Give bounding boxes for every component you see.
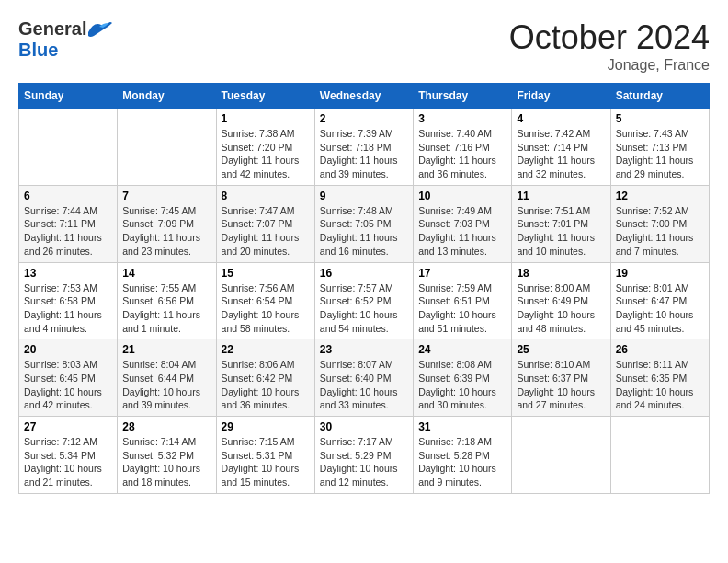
day-info: Sunrise: 8:03 AM Sunset: 6:45 PM Dayligh… bbox=[24, 358, 112, 412]
day-number: 28 bbox=[122, 420, 210, 433]
location-subtitle: Jonage, France bbox=[509, 57, 710, 74]
day-info: Sunrise: 7:48 AM Sunset: 7:05 PM Dayligh… bbox=[320, 204, 408, 259]
day-info: Sunrise: 7:14 AM Sunset: 5:32 PM Dayligh… bbox=[122, 435, 210, 489]
calendar-cell: 7Sunrise: 7:45 AM Sunset: 7:09 PM Daylig… bbox=[118, 185, 216, 262]
calendar-cell: 9Sunrise: 7:48 AM Sunset: 7:05 PM Daylig… bbox=[314, 185, 413, 262]
logo-blue-text: Blue bbox=[18, 40, 58, 61]
calendar-cell: 10Sunrise: 7:49 AM Sunset: 7:03 PM Dayli… bbox=[414, 185, 512, 262]
day-info: Sunrise: 7:51 AM Sunset: 7:01 PM Dayligh… bbox=[517, 204, 605, 259]
day-info: Sunrise: 7:56 AM Sunset: 6:54 PM Dayligh… bbox=[222, 282, 310, 336]
calendar-cell: 23Sunrise: 8:07 AM Sunset: 6:40 PM Dayli… bbox=[314, 339, 413, 417]
calendar-cell: 11Sunrise: 7:51 AM Sunset: 7:01 PM Dayli… bbox=[512, 185, 610, 262]
day-number: 1 bbox=[222, 112, 310, 125]
weekday-header-thursday: Thursday bbox=[414, 84, 512, 109]
calendar-cell: 29Sunrise: 7:15 AM Sunset: 5:31 PM Dayli… bbox=[216, 417, 314, 494]
day-number: 29 bbox=[222, 420, 310, 433]
day-info: Sunrise: 7:45 AM Sunset: 7:09 PM Dayligh… bbox=[122, 204, 210, 259]
calendar-cell: 26Sunrise: 8:11 AM Sunset: 6:35 PM Dayli… bbox=[610, 339, 709, 417]
day-number: 13 bbox=[24, 267, 112, 280]
calendar-cell: 27Sunrise: 7:12 AM Sunset: 5:34 PM Dayli… bbox=[19, 417, 118, 494]
day-number: 25 bbox=[517, 343, 605, 356]
calendar-cell: 8Sunrise: 7:47 AM Sunset: 7:07 PM Daylig… bbox=[216, 185, 314, 262]
day-number: 7 bbox=[122, 190, 210, 202]
day-number: 4 bbox=[517, 112, 605, 125]
day-info: Sunrise: 7:55 AM Sunset: 6:56 PM Dayligh… bbox=[122, 282, 210, 336]
logo-general-text: General bbox=[18, 18, 86, 40]
calendar-cell: 3Sunrise: 7:40 AM Sunset: 7:16 PM Daylig… bbox=[414, 109, 512, 186]
day-number: 20 bbox=[24, 343, 112, 356]
day-info: Sunrise: 7:42 AM Sunset: 7:14 PM Dayligh… bbox=[517, 127, 605, 181]
day-info: Sunrise: 7:52 AM Sunset: 7:00 PM Dayligh… bbox=[616, 204, 704, 259]
calendar-cell: 15Sunrise: 7:56 AM Sunset: 6:54 PM Dayli… bbox=[216, 262, 314, 339]
day-number: 26 bbox=[616, 343, 704, 356]
calendar-cell: 28Sunrise: 7:14 AM Sunset: 5:32 PM Dayli… bbox=[118, 417, 216, 494]
calendar-cell: 22Sunrise: 8:06 AM Sunset: 6:42 PM Dayli… bbox=[216, 339, 314, 417]
day-info: Sunrise: 8:06 AM Sunset: 6:42 PM Dayligh… bbox=[222, 358, 310, 412]
day-number: 27 bbox=[24, 420, 112, 433]
calendar-cell bbox=[610, 417, 709, 494]
calendar-cell: 5Sunrise: 7:43 AM Sunset: 7:13 PM Daylig… bbox=[610, 109, 709, 186]
calendar-cell: 14Sunrise: 7:55 AM Sunset: 6:56 PM Dayli… bbox=[118, 262, 216, 339]
day-info: Sunrise: 8:01 AM Sunset: 6:47 PM Dayligh… bbox=[616, 282, 704, 336]
day-info: Sunrise: 7:47 AM Sunset: 7:07 PM Dayligh… bbox=[222, 204, 310, 259]
logo: General Blue bbox=[18, 18, 112, 61]
day-info: Sunrise: 8:08 AM Sunset: 6:39 PM Dayligh… bbox=[418, 358, 506, 412]
day-info: Sunrise: 7:15 AM Sunset: 5:31 PM Dayligh… bbox=[222, 435, 310, 489]
day-number: 16 bbox=[320, 267, 408, 280]
day-info: Sunrise: 7:17 AM Sunset: 5:29 PM Dayligh… bbox=[320, 435, 408, 489]
day-info: Sunrise: 7:59 AM Sunset: 6:51 PM Dayligh… bbox=[418, 282, 506, 336]
day-number: 30 bbox=[320, 420, 408, 433]
weekday-header-monday: Monday bbox=[118, 84, 216, 109]
day-info: Sunrise: 7:44 AM Sunset: 7:11 PM Dayligh… bbox=[24, 204, 112, 259]
calendar-cell: 31Sunrise: 7:18 AM Sunset: 5:28 PM Dayli… bbox=[414, 417, 512, 494]
calendar-table: SundayMondayTuesdayWednesdayThursdayFrid… bbox=[18, 83, 710, 494]
day-info: Sunrise: 8:04 AM Sunset: 6:44 PM Dayligh… bbox=[122, 358, 210, 412]
day-number: 2 bbox=[320, 112, 408, 125]
calendar-cell: 13Sunrise: 7:53 AM Sunset: 6:58 PM Dayli… bbox=[19, 262, 118, 339]
day-number: 5 bbox=[616, 112, 704, 125]
day-info: Sunrise: 7:53 AM Sunset: 6:58 PM Dayligh… bbox=[24, 282, 112, 336]
calendar-cell: 16Sunrise: 7:57 AM Sunset: 6:52 PM Dayli… bbox=[314, 262, 413, 339]
calendar-cell: 30Sunrise: 7:17 AM Sunset: 5:29 PM Dayli… bbox=[314, 417, 413, 494]
calendar-cell: 18Sunrise: 8:00 AM Sunset: 6:49 PM Dayli… bbox=[512, 262, 610, 339]
calendar-cell bbox=[19, 109, 118, 186]
month-title: October 2024 bbox=[509, 18, 710, 57]
week-row-0: 1Sunrise: 7:38 AM Sunset: 7:20 PM Daylig… bbox=[19, 109, 710, 186]
week-row-1: 6Sunrise: 7:44 AM Sunset: 7:11 PM Daylig… bbox=[19, 185, 710, 262]
calendar-cell: 24Sunrise: 8:08 AM Sunset: 6:39 PM Dayli… bbox=[414, 339, 512, 417]
day-number: 11 bbox=[517, 190, 605, 202]
day-number: 8 bbox=[222, 190, 310, 202]
day-number: 23 bbox=[320, 343, 408, 356]
day-number: 12 bbox=[616, 190, 704, 202]
calendar-cell: 12Sunrise: 7:52 AM Sunset: 7:00 PM Dayli… bbox=[610, 185, 709, 262]
day-info: Sunrise: 7:12 AM Sunset: 5:34 PM Dayligh… bbox=[24, 435, 112, 489]
day-number: 3 bbox=[418, 112, 506, 125]
day-info: Sunrise: 7:40 AM Sunset: 7:16 PM Dayligh… bbox=[418, 127, 506, 181]
day-number: 17 bbox=[418, 267, 506, 280]
title-area: October 2024 Jonage, France bbox=[509, 18, 710, 74]
day-info: Sunrise: 7:18 AM Sunset: 5:28 PM Dayligh… bbox=[418, 435, 506, 489]
day-number: 19 bbox=[616, 267, 704, 280]
calendar-cell: 4Sunrise: 7:42 AM Sunset: 7:14 PM Daylig… bbox=[512, 109, 610, 186]
logo-bird-icon bbox=[86, 19, 112, 40]
calendar-cell: 19Sunrise: 8:01 AM Sunset: 6:47 PM Dayli… bbox=[610, 262, 709, 339]
day-info: Sunrise: 7:38 AM Sunset: 7:20 PM Dayligh… bbox=[222, 127, 310, 181]
calendar-cell: 20Sunrise: 8:03 AM Sunset: 6:45 PM Dayli… bbox=[19, 339, 118, 417]
day-info: Sunrise: 8:07 AM Sunset: 6:40 PM Dayligh… bbox=[320, 358, 408, 412]
day-number: 21 bbox=[122, 343, 210, 356]
weekday-header-friday: Friday bbox=[512, 84, 610, 109]
day-number: 18 bbox=[517, 267, 605, 280]
day-info: Sunrise: 7:43 AM Sunset: 7:13 PM Dayligh… bbox=[616, 127, 704, 181]
day-info: Sunrise: 7:39 AM Sunset: 7:18 PM Dayligh… bbox=[320, 127, 408, 181]
calendar-cell bbox=[118, 109, 216, 186]
day-number: 22 bbox=[222, 343, 310, 356]
day-info: Sunrise: 7:57 AM Sunset: 6:52 PM Dayligh… bbox=[320, 282, 408, 336]
weekday-header-tuesday: Tuesday bbox=[216, 84, 314, 109]
day-info: Sunrise: 8:11 AM Sunset: 6:35 PM Dayligh… bbox=[616, 358, 704, 412]
day-number: 31 bbox=[418, 420, 506, 433]
weekday-header-wednesday: Wednesday bbox=[314, 84, 413, 109]
calendar-cell bbox=[512, 417, 610, 494]
header: General Blue October 2024 Jonage, France bbox=[18, 18, 710, 74]
calendar-cell: 25Sunrise: 8:10 AM Sunset: 6:37 PM Dayli… bbox=[512, 339, 610, 417]
day-number: 15 bbox=[222, 267, 310, 280]
